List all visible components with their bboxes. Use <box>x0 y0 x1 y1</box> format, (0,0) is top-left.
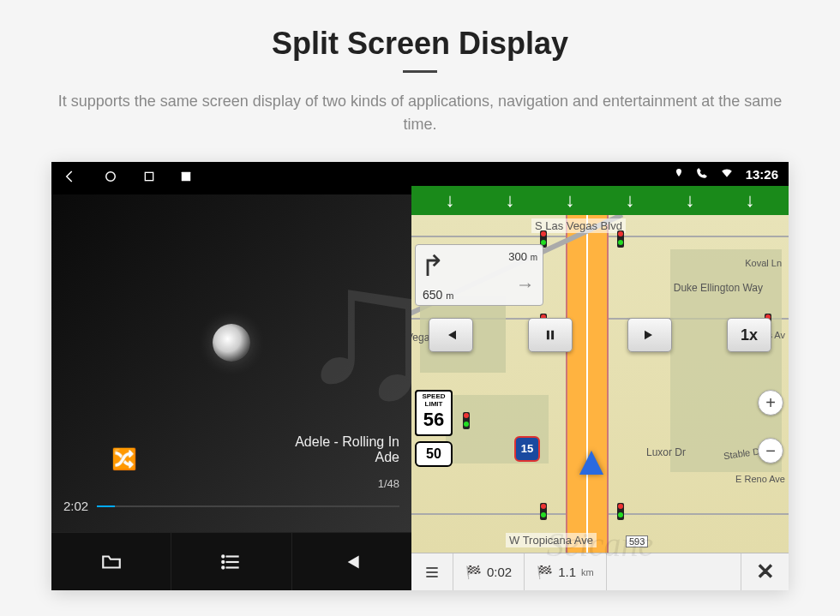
home-icon[interactable] <box>103 169 118 188</box>
destination-icon: 🏁 <box>465 565 482 580</box>
zoom-controls: + − <box>758 390 783 463</box>
eta-segment[interactable]: 🏁 0:02 <box>453 553 525 590</box>
distance-unit: km <box>581 567 594 577</box>
nav-footer: 🏁 0:02 🏁 1.1 km ✕ <box>411 553 789 590</box>
title-underline <box>403 70 437 73</box>
shuffle-icon[interactable]: 🔀 <box>111 447 137 471</box>
street-label: E Reno Ave <box>735 474 785 484</box>
nav-pane: 13:26 ↓ ↓ ↓ ↓ ↓ ↓ S Las Vegas Blvd Koval… <box>411 162 789 590</box>
highway-sign: 50 <box>415 441 453 467</box>
music-footer <box>51 532 411 590</box>
street-label: Luxor Dr <box>646 446 686 458</box>
back-icon[interactable] <box>63 169 79 188</box>
sim-prev-button[interactable] <box>429 318 473 352</box>
music-pane: ♫ 🔀 Adele - Rolling In Ade 1/48 2:02 <box>51 162 411 590</box>
sim-pause-button[interactable] <box>528 318 573 352</box>
next-turn-unit: m <box>531 253 537 262</box>
device-frame: ♫ 🔀 Adele - Rolling In Ade 1/48 2:02 <box>51 162 789 590</box>
sim-playback-controls: 1x <box>429 318 771 352</box>
android-nav-bar <box>51 162 411 194</box>
next-turn-distance: 300 <box>508 250 527 263</box>
clock-time: 13:26 <box>746 167 778 182</box>
wifi-icon <box>720 167 734 182</box>
track-artist: Ade <box>295 450 399 465</box>
sim-speed-button[interactable]: 1x <box>727 318 771 352</box>
close-button[interactable]: ✕ <box>741 553 789 590</box>
lane-arrow: ↓ <box>746 189 755 212</box>
turn-instruction: ↰ ↑ 300 m 650 m <box>415 244 543 306</box>
status-bar: 13:26 <box>411 162 789 186</box>
traffic-light-icon <box>617 503 624 520</box>
eta-value: 0:02 <box>487 565 512 579</box>
speed-limit-sign: SPEED LIMIT 56 <box>415 390 453 436</box>
music-note-icon: ♫ <box>296 237 411 426</box>
location-icon <box>674 167 684 182</box>
page-subtitle: It supports the same screen display of t… <box>0 90 840 162</box>
street-label: W Tropicana Ave <box>506 533 597 547</box>
playlist-button[interactable] <box>171 533 291 590</box>
continue-icon: ↑ <box>515 281 537 290</box>
prev-track-button[interactable] <box>292 533 411 590</box>
folder-button[interactable] <box>51 533 171 590</box>
svg-point-8 <box>222 566 224 568</box>
recents-icon[interactable] <box>142 170 156 187</box>
page-title: Split Screen Display <box>0 0 840 70</box>
track-info: Adele - Rolling In Ade <box>295 434 399 465</box>
zoom-out-button[interactable]: − <box>758 438 783 463</box>
destination-icon: 🏁 <box>537 565 553 580</box>
vehicle-position-icon: ▲ <box>571 437 612 484</box>
map-canvas[interactable]: S Las Vegas Blvd Koval Ln Duke Ellington… <box>411 215 789 553</box>
traffic-light-icon <box>540 503 547 520</box>
lane-arrow: ↓ <box>686 189 695 212</box>
svg-point-6 <box>222 555 224 557</box>
traffic-light-icon <box>463 412 470 429</box>
svg-point-0 <box>106 172 116 182</box>
menu-button[interactable] <box>411 553 453 590</box>
speed-limit-value: 56 <box>417 409 451 431</box>
distance-segment[interactable]: 🏁 1.1 km <box>525 553 607 590</box>
total-turn-distance: 650 <box>423 288 442 302</box>
phone-icon <box>696 167 708 182</box>
svg-rect-2 <box>182 172 191 182</box>
street-label: Duke Ellington Way <box>674 282 763 294</box>
lane-arrow: ↓ <box>446 189 455 212</box>
svg-point-7 <box>222 560 224 562</box>
progress-row: 2:02 <box>63 499 399 513</box>
lane-guidance: ↓ ↓ ↓ ↓ ↓ ↓ <box>411 186 789 215</box>
turn-left-icon: ↰ <box>421 248 445 283</box>
player-knob[interactable] <box>213 324 250 362</box>
traffic-light-icon <box>617 230 624 248</box>
zoom-in-button[interactable]: + <box>758 390 783 416</box>
svg-rect-1 <box>145 172 153 180</box>
track-count: 1/48 <box>378 477 399 490</box>
interstate-sign: 15 <box>514 436 540 462</box>
music-body: ♫ 🔀 Adele - Rolling In Ade 1/48 2:02 <box>51 194 411 532</box>
lane-arrow: ↓ <box>626 189 635 212</box>
total-turn-unit: m <box>446 290 453 301</box>
progress-bar[interactable] <box>97 505 399 507</box>
street-number: 593 <box>626 535 648 547</box>
distance-value: 1.1 <box>558 565 576 579</box>
svg-rect-9 <box>547 331 549 340</box>
street-label: Koval Ln <box>745 258 782 268</box>
elapsed-time: 2:02 <box>63 499 88 513</box>
lane-arrow: ↓ <box>566 189 575 212</box>
gallery-icon[interactable] <box>180 170 192 186</box>
svg-rect-10 <box>551 331 554 340</box>
track-title: Adele - Rolling In <box>295 434 399 450</box>
lane-arrow: ↓ <box>506 189 515 212</box>
speed-limit-label: SPEED LIMIT <box>417 392 451 409</box>
sim-next-button[interactable] <box>627 318 672 352</box>
